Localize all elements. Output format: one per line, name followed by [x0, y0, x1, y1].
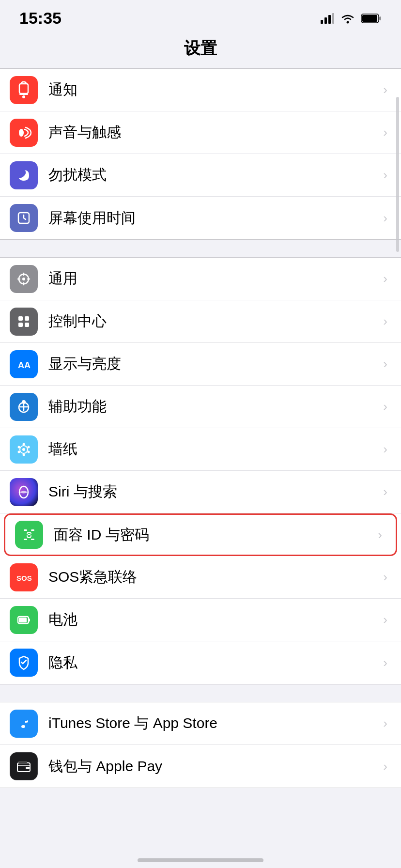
settings-item-itunes[interactable]: iTunes Store 与 App Store › — [0, 702, 401, 745]
spacer-2 — [0, 684, 401, 702]
home-indicator — [138, 858, 263, 862]
svg-point-34 — [18, 450, 20, 453]
svg-rect-37 — [24, 529, 27, 531]
faceid-icon — [15, 521, 43, 549]
privacy-label: 隐私 — [48, 653, 379, 673]
settings-group-3: iTunes Store 与 App Store › 钱包与 Apple Pay… — [0, 702, 401, 788]
notifications-chevron: › — [383, 82, 387, 97]
general-icon — [10, 265, 38, 293]
svg-point-35 — [18, 446, 20, 448]
svg-rect-19 — [18, 316, 23, 321]
display-label: 显示与亮度 — [48, 354, 379, 374]
notifications-label: 通知 — [48, 80, 379, 100]
sos-icon: SOS — [10, 563, 38, 591]
svg-rect-1 — [324, 17, 327, 24]
settings-item-screentime[interactable]: 屏幕使用时间 › — [0, 197, 401, 239]
screentime-icon — [10, 204, 38, 232]
battery-icon — [361, 13, 382, 24]
sounds-chevron: › — [383, 125, 387, 140]
notifications-icon — [10, 76, 38, 104]
status-time: 15:35 — [19, 9, 62, 28]
settings-item-sounds[interactable]: 声音与触感 › — [0, 111, 401, 154]
itunes-label: iTunes Store 与 App Store — [48, 713, 379, 733]
settings-group-1: 通知 › 声音与触感 › 勿扰模式 › 屏幕使用时间 › — [0, 68, 401, 240]
svg-rect-9 — [19, 93, 28, 95]
itunes-chevron: › — [383, 716, 387, 731]
battery-settings-icon — [10, 606, 38, 634]
wallet-label: 钱包与 Apple Pay — [48, 757, 379, 776]
settings-item-accessibility[interactable]: 辅助功能 › — [0, 386, 401, 428]
scrollbar[interactable] — [396, 97, 399, 252]
settings-item-privacy[interactable]: 隐私 › — [0, 641, 401, 684]
screentime-chevron: › — [383, 211, 387, 226]
sos-label: SOS紧急联络 — [48, 567, 379, 587]
svg-text:AA: AA — [18, 360, 31, 370]
siri-icon — [10, 478, 38, 506]
spacer-1 — [0, 240, 401, 257]
svg-point-29 — [22, 448, 25, 451]
privacy-chevron: › — [383, 655, 387, 670]
settings-item-wallet[interactable]: 钱包与 Apple Pay › — [0, 745, 401, 788]
controlcenter-icon — [10, 308, 38, 336]
svg-rect-49 — [18, 761, 27, 763]
svg-rect-48 — [26, 767, 30, 769]
svg-rect-45 — [19, 618, 27, 622]
settings-item-display[interactable]: AA 显示与亮度 › — [0, 343, 401, 386]
svg-point-33 — [23, 453, 25, 456]
settings-item-siri[interactable]: Siri 与搜索 › — [0, 471, 401, 513]
settings-item-battery[interactable]: 电池 › — [0, 599, 401, 641]
page-title: 设置 — [0, 32, 401, 68]
screentime-label: 屏幕使用时间 — [48, 208, 379, 228]
general-chevron: › — [383, 271, 387, 286]
svg-rect-2 — [328, 15, 331, 24]
faceid-label: 面容 ID 与密码 — [54, 525, 374, 545]
accessibility-chevron: › — [383, 399, 387, 414]
settings-item-general[interactable]: 通用 › — [0, 258, 401, 300]
svg-point-30 — [23, 443, 25, 445]
sounds-icon — [10, 119, 38, 147]
svg-point-4 — [347, 21, 349, 23]
wifi-icon — [340, 13, 355, 24]
settings-item-faceid[interactable]: 面容 ID 与密码 › — [4, 513, 397, 556]
battery-label: 电池 — [48, 610, 379, 630]
svg-rect-0 — [321, 20, 323, 24]
controlcenter-label: 控制中心 — [48, 311, 379, 331]
svg-point-31 — [28, 446, 30, 448]
svg-rect-7 — [362, 15, 377, 22]
privacy-icon — [10, 649, 38, 677]
accessibility-label: 辅助功能 — [48, 397, 379, 417]
display-icon: AA — [10, 350, 38, 378]
controlcenter-chevron: › — [383, 314, 387, 329]
wallpaper-label: 墙纸 — [48, 439, 379, 459]
siri-label: Siri 与搜索 — [48, 482, 379, 502]
svg-rect-21 — [18, 323, 23, 327]
status-bar: 15:35 — [0, 0, 401, 32]
svg-point-14 — [22, 278, 25, 280]
dnd-icon — [10, 161, 38, 189]
svg-rect-38 — [31, 529, 34, 531]
battery-chevron: › — [383, 612, 387, 627]
siri-chevron: › — [383, 484, 387, 499]
settings-item-notifications[interactable]: 通知 › — [0, 69, 401, 111]
itunes-icon — [10, 710, 38, 738]
svg-rect-6 — [379, 16, 381, 20]
dnd-chevron: › — [383, 168, 387, 183]
wallpaper-chevron: › — [383, 442, 387, 457]
svg-rect-3 — [332, 13, 334, 24]
wallet-icon — [10, 752, 38, 780]
settings-item-sos[interactable]: SOS SOS紧急联络 › — [0, 556, 401, 599]
svg-rect-8 — [19, 84, 28, 93]
svg-rect-20 — [25, 316, 29, 321]
wallet-chevron: › — [383, 759, 387, 774]
svg-rect-22 — [25, 323, 29, 327]
settings-item-wallpaper[interactable]: 墙纸 › — [0, 428, 401, 471]
status-icons — [321, 13, 382, 24]
general-label: 通用 — [48, 269, 379, 289]
sos-chevron: › — [383, 570, 387, 585]
faceid-chevron: › — [378, 527, 382, 542]
signal-icon — [321, 13, 334, 24]
settings-item-dnd[interactable]: 勿扰模式 › — [0, 154, 401, 197]
settings-group-2: 通用 › 控制中心 › AA 显示与亮度 › 辅助功能 › 墙纸 › — [0, 257, 401, 684]
settings-item-controlcenter[interactable]: 控制中心 › — [0, 300, 401, 343]
svg-rect-44 — [29, 619, 30, 621]
